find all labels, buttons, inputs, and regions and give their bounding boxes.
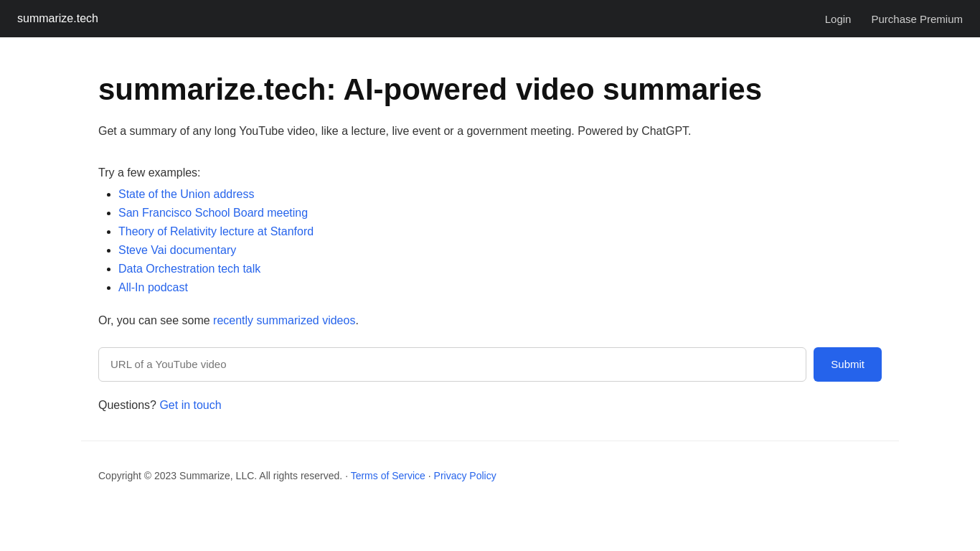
examples-label: Try a few examples: bbox=[98, 166, 882, 179]
example-link-3[interactable]: Theory of Relativity lecture at Stanford bbox=[118, 225, 314, 237]
navbar: summarize.tech Login Purchase Premium bbox=[0, 0, 980, 37]
nav-brand[interactable]: summarize.tech bbox=[17, 12, 98, 25]
terms-of-service-link[interactable]: Terms of Service bbox=[351, 470, 425, 481]
list-item: All-In podcast bbox=[118, 281, 882, 294]
example-link-5[interactable]: Data Orchestration tech talk bbox=[118, 263, 260, 275]
nav-purchase-premium[interactable]: Purchase Premium bbox=[871, 13, 963, 25]
footer: Copyright © 2023 Summarize, LLC. All rig… bbox=[81, 441, 899, 499]
submit-button[interactable]: Submit bbox=[814, 347, 882, 382]
get-in-touch-link[interactable]: Get in touch bbox=[159, 399, 221, 411]
url-input[interactable] bbox=[98, 347, 806, 382]
recent-prefix: Or, you can see some bbox=[98, 314, 213, 326]
main-content: summarize.tech: AI-powered video summari… bbox=[81, 37, 899, 441]
list-item: San Francisco School Board meeting bbox=[118, 207, 882, 220]
example-link-1[interactable]: State of the Union address bbox=[118, 188, 254, 200]
example-link-2[interactable]: San Francisco School Board meeting bbox=[118, 207, 308, 219]
list-item: Data Orchestration tech talk bbox=[118, 263, 882, 276]
example-link-6[interactable]: All-In podcast bbox=[118, 281, 188, 293]
subtitle: Get a summary of any long YouTube video,… bbox=[98, 122, 882, 141]
privacy-policy-link[interactable]: Privacy Policy bbox=[434, 470, 496, 481]
page-title: summarize.tech: AI-powered video summari… bbox=[98, 72, 882, 108]
nav-login[interactable]: Login bbox=[825, 13, 852, 25]
questions-prefix: Questions? bbox=[98, 399, 159, 411]
questions-text: Questions? Get in touch bbox=[98, 399, 882, 412]
footer-text: Copyright © 2023 Summarize, LLC. All rig… bbox=[98, 470, 882, 481]
list-item: Steve Vai documentary bbox=[118, 244, 882, 257]
footer-separator: · bbox=[425, 470, 434, 481]
recent-link[interactable]: recently summarized videos bbox=[213, 314, 355, 326]
footer-copyright: Copyright © 2023 Summarize, LLC. All rig… bbox=[98, 470, 351, 481]
example-link-4[interactable]: Steve Vai documentary bbox=[118, 244, 236, 256]
url-form: Submit bbox=[98, 347, 882, 382]
examples-list: State of the Union address San Francisco… bbox=[98, 188, 882, 294]
list-item: Theory of Relativity lecture at Stanford bbox=[118, 225, 882, 238]
recent-text: Or, you can see some recently summarized… bbox=[98, 314, 882, 327]
list-item: State of the Union address bbox=[118, 188, 882, 201]
recent-suffix: . bbox=[355, 314, 358, 326]
nav-links: Login Purchase Premium bbox=[825, 13, 963, 25]
